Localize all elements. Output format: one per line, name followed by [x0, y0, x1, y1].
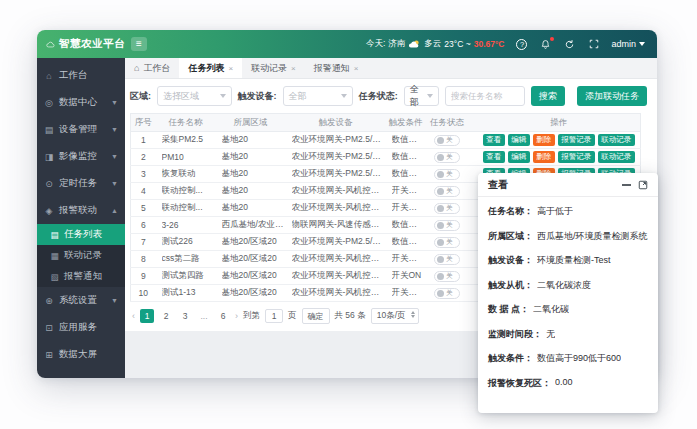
cell-sliver: [469, 268, 478, 285]
status-toggle[interactable]: 关: [434, 254, 460, 265]
cell-region: 基地20/区域20: [216, 251, 286, 268]
status-toggle[interactable]: 关: [434, 135, 460, 146]
status-toggle[interactable]: 关: [434, 169, 460, 180]
close-icon[interactable]: ×: [354, 64, 359, 73]
tab-workbench[interactable]: ⌂工作台: [125, 58, 179, 78]
cell-condition: 数值高于...: [386, 217, 426, 234]
clock-icon: ⊙: [44, 179, 54, 189]
notification-bell-icon[interactable]: [539, 38, 552, 51]
status-toggle[interactable]: 关: [434, 288, 460, 299]
close-icon[interactable]: ×: [228, 64, 233, 73]
trigger-device-select[interactable]: 全部: [283, 86, 353, 106]
page-number[interactable]: 2: [159, 309, 173, 323]
delete-button[interactable]: 删除: [533, 134, 555, 147]
record-icon: ▦: [50, 251, 59, 261]
sidebar-submenu: ▤任务列表▦联动记录▧报警通知: [37, 224, 125, 287]
chevron-down-icon: [411, 315, 415, 318]
panel-field: 数 据 点：二氧化碳: [488, 303, 648, 316]
cell-task-name: PM10: [156, 149, 216, 166]
sidebar-item-linkage-records[interactable]: ▦联动记录: [37, 245, 125, 266]
toggle-knob: [437, 137, 444, 144]
tab-任务列表[interactable]: 任务列表×: [179, 58, 242, 78]
cell-status: 关: [426, 285, 469, 302]
status-toggle[interactable]: 关: [434, 237, 460, 248]
help-icon[interactable]: ?: [515, 38, 528, 51]
status-toggle[interactable]: 关: [434, 220, 460, 231]
status-toggle[interactable]: 关: [434, 186, 460, 197]
col-name: 任务名称: [156, 114, 216, 132]
close-icon[interactable]: ×: [291, 64, 296, 73]
cell-task-name: 3-26: [156, 217, 216, 234]
sidebar-item-video-monitor[interactable]: ◨影像监控▼: [37, 143, 125, 170]
prev-page-icon[interactable]: ‹: [132, 311, 135, 321]
cell-device: 农业环境网关-风机控制-风机控制: [286, 285, 386, 302]
panel-field-value: 二氧化碳: [533, 303, 569, 316]
edit-button[interactable]: 编辑: [508, 134, 530, 147]
page-number[interactable]: 3: [178, 309, 192, 323]
linkage-record-button[interactable]: 联动记录: [598, 151, 635, 164]
sidebar-subitem-label: 报警通知: [64, 270, 102, 283]
chevron-down-icon: [427, 94, 433, 98]
alarm-record-button[interactable]: 报警记录: [558, 151, 595, 164]
user-menu[interactable]: admin: [611, 39, 645, 49]
panel-field-value: 环境质量检测-Test: [537, 254, 611, 267]
toggle-knob: [437, 273, 444, 280]
partly-cloudy-icon: [408, 39, 421, 49]
page-number[interactable]: 6: [216, 309, 230, 323]
sidebar-item-system-settings[interactable]: ⊛系统设置▼: [37, 287, 125, 314]
view-button[interactable]: 查看: [483, 151, 505, 164]
fullscreen-icon[interactable]: [587, 38, 600, 51]
page-number[interactable]: 1: [140, 309, 154, 323]
linkage-record-button[interactable]: 联动记录: [598, 134, 635, 147]
cell-condition: 开关OFF: [386, 183, 426, 200]
tab-报警通知[interactable]: 报警通知×: [305, 58, 368, 78]
sidebar-item-device-manage[interactable]: ▤设备管理▼: [37, 116, 125, 143]
search-button[interactable]: 搜索: [531, 86, 565, 106]
goto-page-input[interactable]: [265, 309, 283, 323]
cell-task-name: 测试1-13: [156, 285, 216, 302]
minimize-icon[interactable]: [622, 184, 631, 186]
panel-header: 查看: [478, 173, 658, 197]
screen-icon: ⊞: [44, 350, 54, 360]
task-status-select[interactable]: 全部: [404, 86, 439, 106]
next-page-icon[interactable]: ›: [235, 311, 238, 321]
tab-联动记录[interactable]: 联动记录×: [242, 58, 305, 78]
toggle-knob: [437, 239, 444, 246]
expand-icon[interactable]: [638, 180, 648, 190]
alarm-record-button[interactable]: 报警记录: [558, 134, 595, 147]
sidebar-item-alarm-notify[interactable]: ▧报警通知: [37, 266, 125, 287]
cell-sliver: [469, 234, 478, 251]
page-size-select[interactable]: 10条/页: [371, 308, 419, 324]
sidebar-item-label: 数据中心: [59, 96, 97, 109]
edit-button[interactable]: 编辑: [508, 151, 530, 164]
weather-city: 济南: [388, 38, 405, 50]
region-select[interactable]: 选择区域: [157, 86, 232, 106]
status-toggle[interactable]: 关: [434, 271, 460, 282]
sidebar-item-app-services[interactable]: ⊡应用服务: [37, 314, 125, 341]
top-navbar: 智慧农业平台 ≡ 今天: 济南 多云 23°C ~ 30.67°C ?: [37, 30, 657, 58]
chevron-up-icon: [411, 311, 415, 314]
chevron-down-icon: ▼: [111, 126, 118, 133]
sidebar-item-timed-tasks[interactable]: ⊙定时任务▼: [37, 170, 125, 197]
status-toggle[interactable]: 关: [434, 203, 460, 214]
cell-device: 农业环境网关-PM2.5/10-PM2.5: [286, 166, 386, 183]
confirm-button[interactable]: 确定: [302, 308, 330, 324]
search-input[interactable]: [445, 86, 525, 106]
refresh-icon[interactable]: [563, 38, 576, 51]
status-toggle[interactable]: 关: [434, 152, 460, 163]
sidebar-item-task-list[interactable]: ▤任务列表: [37, 224, 125, 245]
sidebar-item-data-center[interactable]: ◎数据中心▼: [37, 89, 125, 116]
view-button[interactable]: 查看: [483, 134, 505, 147]
delete-button[interactable]: 删除: [533, 151, 555, 164]
tab-label: 任务列表: [188, 62, 224, 75]
chevron-down-icon: [639, 42, 645, 46]
sidebar-item-workbench[interactable]: ⌂工作台: [37, 62, 125, 89]
panel-field-value: 0.00: [555, 377, 573, 390]
app-title: 智慧农业平台: [59, 37, 125, 51]
add-linkage-task-button[interactable]: 添加联动任务: [577, 86, 647, 106]
collapse-menu-icon[interactable]: ≡: [131, 37, 147, 51]
toggle-off-label: 关: [446, 188, 453, 195]
sidebar-item-alarm-linkage[interactable]: ◈报警联动▲: [37, 197, 125, 224]
sidebar-item-data-screen[interactable]: ⊞数据大屏: [37, 341, 125, 368]
col-condition: 触发条件: [386, 114, 426, 132]
